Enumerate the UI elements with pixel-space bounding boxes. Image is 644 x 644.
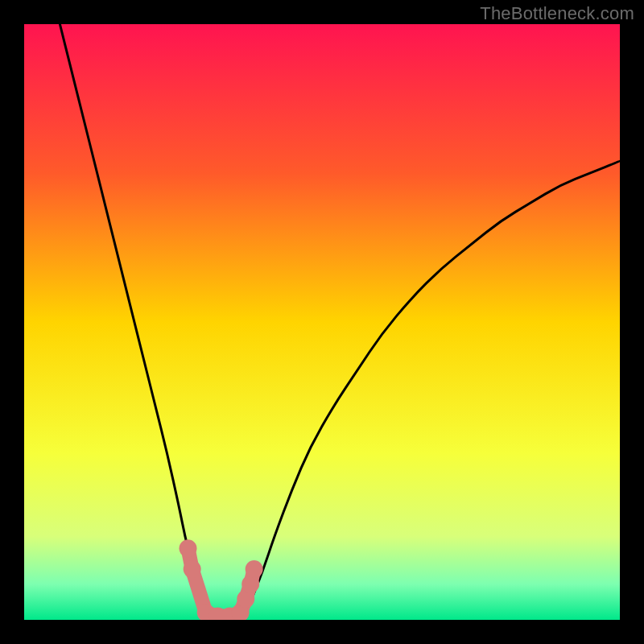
watermark-text: TheBottleneck.com [480,3,634,24]
marker-right-4 [246,560,263,578]
marker-left-lobe-top [180,539,197,557]
marker-left-lobe-bottom [184,560,201,578]
plot-frame [24,24,620,620]
gradient-background [24,24,620,620]
bottleneck-chart [24,24,620,620]
marker-right-3 [242,576,259,593]
